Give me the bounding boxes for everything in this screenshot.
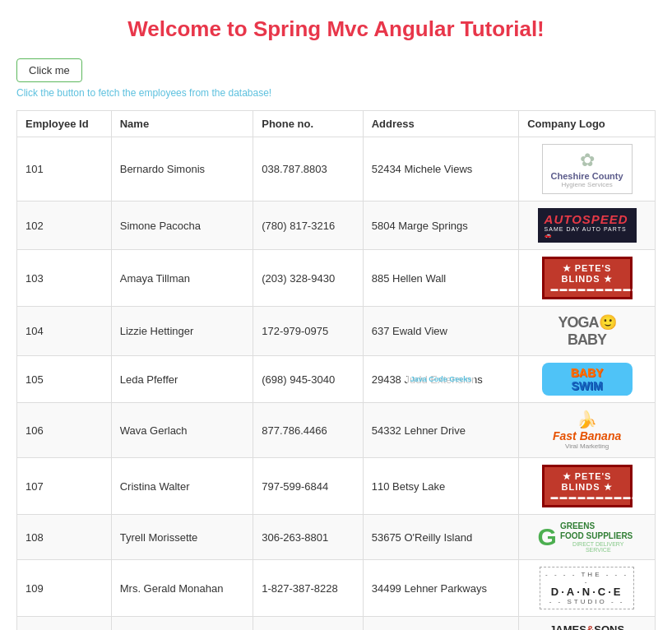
cell-address: 54332 Lehner Drive [363, 403, 519, 458]
table-row: 106 Wava Gerlach 877.786.4466 54332 Lehn… [17, 403, 656, 458]
cell-id: 106 [17, 403, 112, 458]
cell-id: 101 [17, 137, 112, 202]
cell-name: Helena Langosh [111, 617, 253, 630]
cell-address: 885 Hellen Wall [363, 250, 519, 307]
cell-logo: ✿ Cheshire County Hygiene Services [519, 137, 656, 202]
cell-id: 109 [17, 560, 112, 617]
cell-name: Amaya Tillman [111, 250, 253, 307]
hint-text: Click the button to fetch the employees … [16, 87, 656, 99]
employee-table: Employee Id Name Phone no. Address Compa… [16, 110, 656, 630]
cell-phone: (698) 945-3040 [253, 356, 363, 403]
cell-logo: G GREENSFOOD SUPPLIERSDIRECT DELIVERY SE… [519, 515, 656, 560]
col-id: Employee Id [17, 111, 112, 137]
cell-logo: YOGA🙂BABY [519, 307, 656, 356]
fetch-button[interactable]: Click me [16, 58, 82, 82]
cell-id: 102 [17, 202, 112, 250]
cell-address: 637 Ewald View [363, 307, 519, 356]
cell-logo: ★ PETE'S BLINDS ★ ▬▬▬▬▬▬▬▬▬▬ [519, 250, 656, 307]
cell-address: 98439 Abbott Lake [363, 617, 519, 630]
cell-phone: (203) 328-9430 [253, 250, 363, 307]
cell-logo: JAMES&SONS BUILDING CONTRACTORS [519, 617, 656, 630]
table-row: 107 Cristina Walter 797-599-6844 110 Bet… [17, 458, 656, 515]
cell-address: 5804 Marge Springs [363, 202, 519, 250]
cell-id: 104 [17, 307, 112, 356]
table-row: 105 Leda Pfeffer (698) 945-3040 29438 Ju… [17, 356, 656, 403]
cell-address: 34499 Lehner Parkways [363, 560, 519, 617]
cell-name: Wava Gerlach [111, 403, 253, 458]
cell-logo: ★ PETE'S BLINDS ★ ▬▬▬▬▬▬▬▬▬▬ [519, 458, 656, 515]
table-header-row: Employee Id Name Phone no. Address Compa… [17, 111, 656, 137]
cell-id: 110 [17, 617, 112, 630]
table-row: 108 Tyrell Morissette 306-263-8801 53675… [17, 515, 656, 560]
table-row: 110 Helena Langosh (258) 016-2808 98439 … [17, 617, 656, 630]
cell-address: 110 Betsy Lake [363, 458, 519, 515]
cell-phone: 1-827-387-8228 [253, 560, 363, 617]
table-row: 104 Lizzie Hettinger 172-979-0975 637 Ew… [17, 307, 656, 356]
col-name: Name [111, 111, 253, 137]
cell-phone: (258) 016-2808 [253, 617, 363, 630]
col-address: Address [363, 111, 519, 137]
col-phone: Phone no. [253, 111, 363, 137]
cell-id: 105 [17, 356, 112, 403]
cell-name: Tyrell Morissette [111, 515, 253, 560]
cell-address: 29438 Judd ExtensionsJava Code Geeks [363, 356, 519, 403]
cell-phone: 877.786.4466 [253, 403, 363, 458]
cell-name: Simone Pacocha [111, 202, 253, 250]
cell-address: 53675 O'Reilly Island [363, 515, 519, 560]
cell-phone: 038.787.8803 [253, 137, 363, 202]
cell-logo: 🍌 Fast Banana Viral Marketing [519, 403, 656, 458]
cell-phone: 172-979-0975 [253, 307, 363, 356]
col-logo: Company Logo [519, 111, 656, 137]
cell-phone: 797-599-6844 [253, 458, 363, 515]
cell-name: Leda Pfeffer [111, 356, 253, 403]
table-row: 109 Mrs. Gerald Monahan 1-827-387-8228 3… [17, 560, 656, 617]
cell-logo: BABY SWIM [519, 356, 656, 403]
cell-id: 108 [17, 515, 112, 560]
cell-name: Bernardo Simonis [111, 137, 253, 202]
table-row: 103 Amaya Tillman (203) 328-9430 885 Hel… [17, 250, 656, 307]
table-row: 101 Bernardo Simonis 038.787.8803 52434 … [17, 137, 656, 202]
table-row: 102 Simone Pacocha (780) 817-3216 5804 M… [17, 202, 656, 250]
cell-address: 52434 Michele Views [363, 137, 519, 202]
page-title: Welcome to Spring Mvc Angular Tutorial! [16, 16, 656, 42]
cell-phone: (780) 817-3216 [253, 202, 363, 250]
cell-name: Cristina Walter [111, 458, 253, 515]
page-wrapper: Welcome to Spring Mvc Angular Tutorial! … [0, 0, 672, 630]
cell-id: 103 [17, 250, 112, 307]
cell-id: 107 [17, 458, 112, 515]
cell-name: Mrs. Gerald Monahan [111, 560, 253, 617]
cell-name: Lizzie Hettinger [111, 307, 253, 356]
cell-logo: - - - - THE - - - - D·A·N·C·E - - STUDIO… [519, 560, 656, 617]
cell-logo: AUTOSPEED SAME DAY AUTO PARTS 🚗 [519, 202, 656, 250]
cell-phone: 306-263-8801 [253, 515, 363, 560]
